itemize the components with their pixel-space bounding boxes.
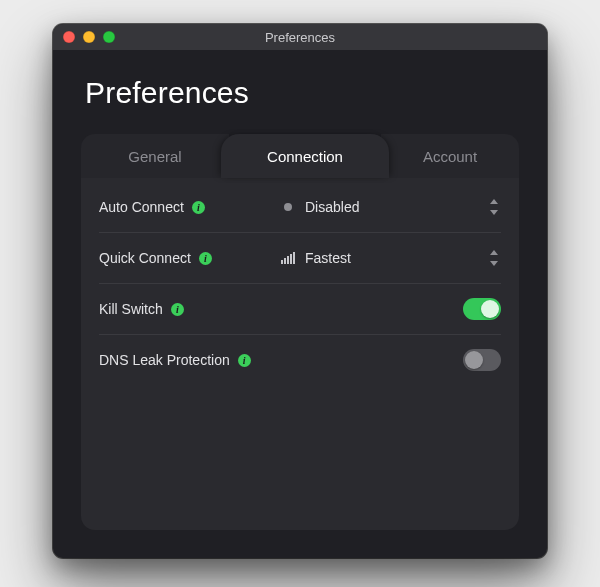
tab-connection[interactable]: Connection — [221, 134, 389, 178]
minimize-window-button[interactable] — [83, 31, 95, 43]
svg-rect-3 — [287, 256, 289, 264]
auto-connect-select[interactable]: Disabled — [281, 199, 479, 215]
tab-label: Connection — [267, 148, 343, 165]
preferences-window: Preferences Preferences General Account … — [53, 24, 547, 558]
disabled-dot-icon — [281, 200, 295, 214]
tab-label: General — [128, 148, 181, 165]
svg-point-0 — [284, 203, 292, 211]
svg-rect-1 — [281, 260, 283, 264]
signal-bars-icon — [281, 251, 295, 265]
label-text: DNS Leak Protection — [99, 352, 230, 368]
titlebar: Preferences — [53, 24, 547, 50]
quick-connect-value: Fastest — [305, 250, 351, 266]
page-title: Preferences — [85, 76, 519, 110]
svg-rect-2 — [284, 258, 286, 264]
label-text: Kill Switch — [99, 301, 163, 317]
quick-connect-select[interactable]: Fastest — [281, 250, 479, 266]
toggle-knob — [481, 300, 499, 318]
maximize-window-button[interactable] — [103, 31, 115, 43]
auto-connect-row: Auto Connect i Disabled — [99, 182, 501, 233]
tab-label: Account — [423, 148, 477, 165]
info-icon[interactable]: i — [238, 354, 251, 367]
tabs: General Account Connection — [81, 134, 519, 178]
dns-leak-protection-label: DNS Leak Protection i — [99, 352, 309, 368]
auto-connect-label: Auto Connect i — [99, 199, 273, 215]
info-icon[interactable]: i — [199, 252, 212, 265]
dns-leak-protection-toggle[interactable] — [463, 349, 501, 371]
kill-switch-toggle[interactable] — [463, 298, 501, 320]
quick-connect-stepper[interactable] — [487, 248, 501, 268]
label-text: Auto Connect — [99, 199, 184, 215]
svg-rect-4 — [290, 254, 292, 264]
tab-general[interactable]: General — [81, 134, 229, 178]
info-icon[interactable]: i — [192, 201, 205, 214]
kill-switch-label: Kill Switch i — [99, 301, 273, 317]
content-area: Preferences General Account Connection A… — [53, 50, 547, 558]
dns-leak-protection-row: DNS Leak Protection i — [99, 335, 501, 385]
close-window-button[interactable] — [63, 31, 75, 43]
svg-rect-5 — [293, 252, 295, 264]
settings-panel: Auto Connect i Disabled Quick Connect — [81, 178, 519, 530]
quick-connect-row: Quick Connect i — [99, 233, 501, 284]
window-title: Preferences — [53, 30, 547, 45]
auto-connect-stepper[interactable] — [487, 197, 501, 217]
quick-connect-label: Quick Connect i — [99, 250, 273, 266]
toggle-knob — [465, 351, 483, 369]
info-icon[interactable]: i — [171, 303, 184, 316]
label-text: Quick Connect — [99, 250, 191, 266]
window-controls — [53, 31, 115, 43]
auto-connect-value: Disabled — [305, 199, 359, 215]
kill-switch-row: Kill Switch i — [99, 284, 501, 335]
tab-account[interactable]: Account — [381, 134, 519, 178]
